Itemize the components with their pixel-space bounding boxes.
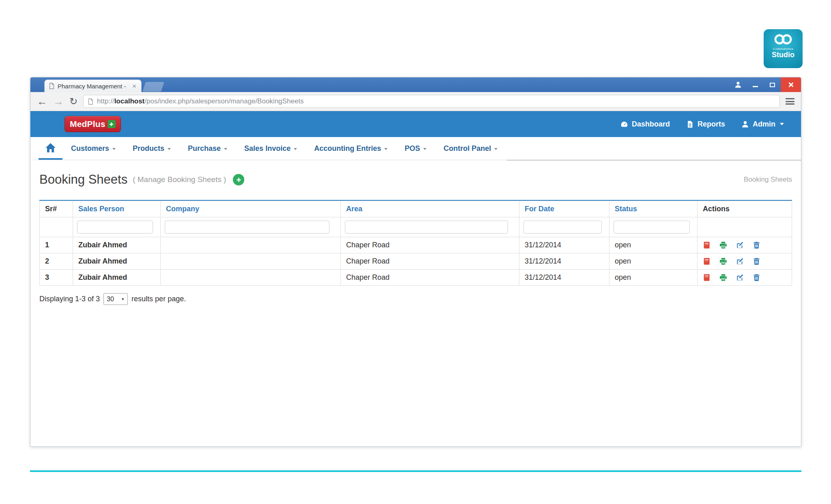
edit-action-icon[interactable]	[736, 241, 744, 249]
book-action-icon[interactable]	[703, 274, 710, 281]
pagination-suffix: results per page.	[131, 295, 186, 303]
tab-title: Pharmacy Management -	[58, 83, 128, 90]
select-caret-icon: ▼	[121, 297, 125, 301]
reports-link[interactable]: Reports	[686, 120, 725, 129]
chevron-down-icon	[224, 148, 227, 150]
browser-toolbar: ← → ↻ http://localhost/pos/index.php/sal…	[30, 92, 801, 111]
address-bar[interactable]: http://localhost/pos/index.php/salespers…	[83, 95, 780, 108]
column-header-company[interactable]: Company	[161, 201, 341, 217]
filter-sales-person-input[interactable]	[77, 221, 153, 234]
filter-status-input[interactable]	[614, 221, 690, 234]
chevron-down-icon	[780, 123, 784, 125]
desktop: Codelobotics Studio Pharmacy Management …	[0, 0, 831, 504]
per-page-select[interactable]: 30 ▼	[103, 293, 128, 305]
dashboard-label: Dashboard	[632, 120, 670, 129]
page-icon	[49, 83, 54, 89]
table-row: 3 Zubair Ahmed Chaper Road 31/12/2014 op…	[40, 270, 792, 286]
print-action-icon[interactable]	[719, 257, 727, 265]
home-icon	[45, 142, 56, 153]
print-action-icon[interactable]	[719, 241, 727, 249]
url-path: /pos/index.php/salesperson/manage/Bookin…	[144, 97, 304, 105]
chevron-down-icon	[112, 148, 116, 150]
tab-close-icon[interactable]: ×	[131, 83, 137, 90]
dashboard-icon	[620, 120, 628, 128]
page-title: Booking Sheets	[39, 172, 127, 187]
close-button[interactable]	[781, 77, 801, 92]
window-controls	[730, 77, 801, 92]
page-icon	[88, 98, 93, 105]
print-action-icon[interactable]	[719, 274, 727, 281]
studio-product-text: Studio	[772, 51, 794, 58]
studio-brand-text: Codelobotics	[773, 47, 793, 51]
medical-plus-icon	[108, 120, 116, 128]
infinity-logo-icon	[773, 33, 794, 45]
table-row: 1 Zubair Ahmed Chaper Road 31/12/2014 op…	[40, 237, 792, 253]
url-host: localhost	[114, 97, 145, 105]
book-action-icon[interactable]	[703, 241, 710, 249]
minimize-icon	[753, 86, 758, 87]
chevron-down-icon	[494, 148, 497, 150]
nav-item-customers[interactable]: Customers	[62, 137, 124, 160]
url-protocol: http://	[97, 97, 114, 105]
page-subtitle: ( Manage Booking Sheets )	[133, 175, 226, 184]
maximize-icon	[770, 83, 775, 87]
maximize-button[interactable]	[764, 77, 781, 92]
status-value: open	[609, 253, 698, 270]
medplus-logo[interactable]: MedPlus	[65, 116, 121, 132]
pagination-summary: Displaying 1-3 of 3	[39, 295, 100, 303]
add-booking-sheet-button[interactable]	[233, 174, 244, 185]
nav-item-pos[interactable]: POS	[396, 137, 435, 160]
profile-button[interactable]	[730, 77, 747, 92]
chevron-down-icon	[384, 148, 388, 150]
browser-menu-button[interactable]	[786, 98, 794, 105]
nav-divider	[507, 160, 801, 161]
browser-tab[interactable]: Pharmacy Management - ×	[44, 79, 142, 92]
edit-action-icon[interactable]	[736, 274, 744, 281]
footer-divider	[30, 470, 801, 472]
chevron-down-icon	[168, 148, 171, 150]
user-icon	[741, 120, 749, 128]
table-filter-row	[40, 217, 792, 237]
url-text: http://localhost/pos/index.php/salespers…	[97, 97, 304, 105]
column-header-sr: Sr#	[40, 201, 73, 217]
chevron-down-icon	[423, 148, 426, 150]
chevron-down-icon	[294, 148, 297, 150]
codelobotics-studio-logo: Codelobotics Studio	[764, 29, 803, 68]
profile-icon	[734, 81, 742, 88]
refresh-button[interactable]: ↻	[69, 97, 78, 106]
filter-area-input[interactable]	[345, 221, 508, 234]
per-page-value: 30	[107, 296, 114, 303]
delete-action-icon[interactable]	[753, 241, 760, 249]
site-header: MedPlus Dashboard Reports Admin	[30, 111, 801, 137]
nav-home[interactable]	[39, 137, 62, 160]
medplus-logo-text: MedPlus	[70, 119, 105, 129]
filter-for-date-input[interactable]	[523, 221, 602, 234]
pagination: Displaying 1-3 of 3 30 ▼ results per pag…	[39, 293, 792, 305]
edit-action-icon[interactable]	[736, 257, 744, 265]
nav-item-accounting-entries[interactable]: Accounting Entries	[306, 137, 396, 160]
booking-sheets-table: Sr# Sales Person Company Area For Date S…	[39, 200, 792, 286]
column-header-area[interactable]: Area	[341, 201, 519, 217]
column-header-sales-person[interactable]: Sales Person	[73, 201, 161, 217]
new-tab-button[interactable]	[142, 82, 164, 92]
forward-button[interactable]: →	[53, 96, 64, 107]
browser-window: Pharmacy Management - × ← → ↻ http://lo	[30, 77, 801, 447]
book-action-icon[interactable]	[703, 257, 710, 265]
filter-company-input[interactable]	[165, 221, 329, 234]
column-header-for-date[interactable]: For Date	[519, 201, 609, 217]
admin-menu[interactable]: Admin	[741, 120, 784, 129]
delete-action-icon[interactable]	[753, 257, 760, 265]
close-icon	[788, 82, 794, 88]
nav-item-control-panel[interactable]: Control Panel	[435, 137, 506, 160]
nav-item-sales-invoice[interactable]: Sales Invoice	[236, 137, 306, 160]
nav-item-products[interactable]: Products	[124, 137, 179, 160]
column-header-status[interactable]: Status	[609, 201, 698, 217]
dashboard-link[interactable]: Dashboard	[620, 120, 670, 129]
back-button[interactable]: ←	[37, 96, 47, 107]
table-header-row: Sr# Sales Person Company Area For Date S…	[40, 201, 792, 217]
minimize-button[interactable]	[747, 77, 764, 92]
nav-item-purchase[interactable]: Purchase	[179, 137, 236, 160]
page-head: Booking Sheets ( Manage Booking Sheets )…	[39, 172, 792, 187]
delete-action-icon[interactable]	[753, 274, 760, 281]
status-value: open	[609, 270, 698, 286]
